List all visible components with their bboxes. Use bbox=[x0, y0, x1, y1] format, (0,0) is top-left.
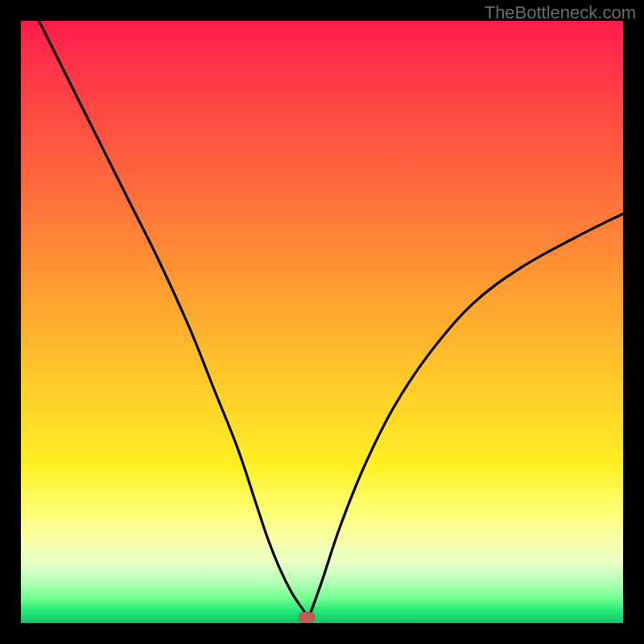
plot-area bbox=[21, 21, 623, 623]
curve-svg bbox=[21, 21, 623, 623]
bottleneck-curve bbox=[39, 21, 623, 618]
chart-frame: TheBottleneck.com bbox=[0, 0, 644, 644]
optimal-marker bbox=[299, 612, 315, 623]
